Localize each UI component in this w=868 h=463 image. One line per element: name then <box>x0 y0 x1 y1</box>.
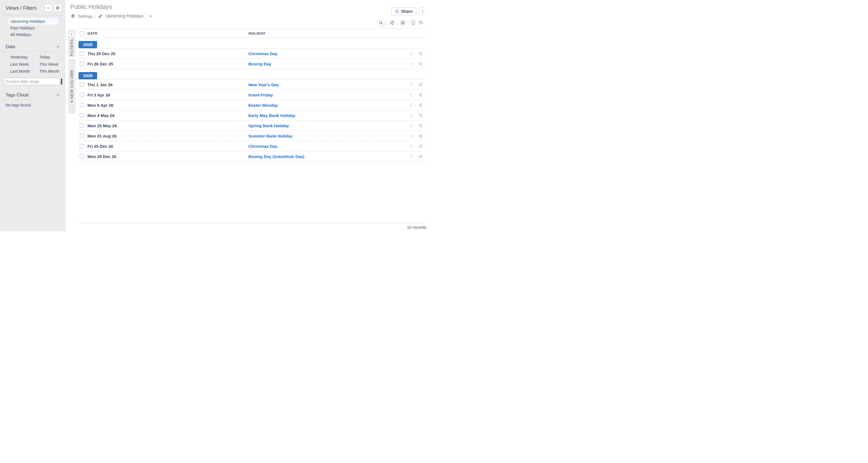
more-options-button[interactable] <box>418 7 427 15</box>
row-holiday-link[interactable]: Christmas Day <box>248 51 278 56</box>
info-button[interactable] <box>411 20 416 25</box>
kebab-menu-icon[interactable] <box>409 113 413 118</box>
table-toolbar <box>377 19 424 26</box>
top-actions: Share <box>391 7 427 15</box>
table-footer-line <box>79 223 427 224</box>
table-row: Mon 6 Apr 26Easter Monday <box>79 100 427 110</box>
share-icon[interactable] <box>418 62 423 66</box>
kebab-menu-icon[interactable] <box>409 82 413 87</box>
row-checkbox[interactable] <box>80 103 84 107</box>
share-icon[interactable] <box>418 154 423 159</box>
share-icon[interactable] <box>418 93 423 97</box>
current-view-name[interactable]: Upcoming Holidays <box>105 13 144 19</box>
row-holiday-link[interactable]: Boxing Day (Substitute Day) <box>248 154 304 159</box>
date-quick-filter[interactable]: This Week <box>39 61 65 68</box>
kebab-menu-icon[interactable] <box>409 62 413 66</box>
date-section-header[interactable]: Date <box>5 44 60 49</box>
row-checkbox[interactable] <box>80 144 84 148</box>
custom-date-range-input[interactable] <box>4 78 60 85</box>
row-holiday-link[interactable]: Easter Monday <box>248 103 278 107</box>
date-range-handle[interactable] <box>61 78 62 85</box>
column-header-date[interactable]: DATE <box>87 31 98 35</box>
share-button[interactable]: Share <box>391 7 416 15</box>
year-group-row: 2025 <box>79 38 427 48</box>
row-checkbox[interactable] <box>80 62 84 66</box>
date-quick-filter[interactable]: Today <box>39 54 65 61</box>
holidays-table: DATE HOLIDAY 2025Thu 25 Dec 25Christmas … <box>79 29 427 162</box>
row-date: Thu 1 Jan 26 <box>87 82 113 87</box>
row-date: Mon 28 Dec 26 <box>87 154 116 159</box>
collapse-filters-button[interactable] <box>69 31 75 37</box>
share-icon[interactable] <box>418 123 423 128</box>
year-badge[interactable]: 2025 <box>79 41 97 48</box>
row-holiday-link[interactable]: Summer Bank Holiday <box>248 134 292 138</box>
sidebar-view-item[interactable]: Upcoming Holidays <box>8 18 58 25</box>
row-date: Mon 4 May 26 <box>87 113 115 118</box>
chevron-down-icon <box>56 45 60 49</box>
year-group-row: 2026 <box>79 69 427 79</box>
share-icon[interactable] <box>418 82 423 87</box>
row-checkbox[interactable] <box>80 93 84 97</box>
tags-section-header[interactable]: Tags Cloud <box>5 92 60 98</box>
filters-side-tab[interactable]: FILTERS <box>68 30 75 57</box>
search-button[interactable] <box>377 19 384 26</box>
kebab-menu-icon[interactable] <box>409 134 413 138</box>
row-checkbox[interactable] <box>80 134 84 138</box>
kebab-menu-icon[interactable] <box>409 144 413 148</box>
row-holiday-link[interactable]: Boxing Day <box>248 62 271 66</box>
select-all-checkbox[interactable] <box>80 31 84 35</box>
search-icon <box>378 20 383 25</box>
refresh-icon <box>390 20 395 25</box>
date-quick-filter[interactable]: Last Week <box>10 61 32 68</box>
year-badge[interactable]: 2026 <box>79 72 97 79</box>
kebab-menu-icon[interactable] <box>409 124 413 128</box>
new-column-side-tab[interactable]: + NEW COLUMN <box>68 59 75 114</box>
sidebar-title: Views / Filters <box>5 5 43 11</box>
table-row: Thu 1 Jan 26New Year's Day <box>79 79 427 90</box>
share-icon[interactable] <box>418 51 423 56</box>
settings-link[interactable]: Settings <box>78 14 93 19</box>
date-quick-filter[interactable]: Yesterday <box>10 54 32 61</box>
row-holiday-link[interactable]: Christmas Day <box>248 144 278 148</box>
gear-icon <box>56 6 60 10</box>
plus-icon: + <box>69 100 74 103</box>
chevron-down-icon <box>56 93 60 97</box>
kebab-menu-icon[interactable] <box>409 93 413 97</box>
row-checkbox[interactable] <box>80 123 84 128</box>
row-checkbox[interactable] <box>80 51 84 56</box>
share-icon[interactable] <box>418 103 423 107</box>
row-date: Fri 25 Dec 26 <box>87 144 113 148</box>
pencil-icon[interactable] <box>98 14 103 19</box>
kebab-menu-icon[interactable] <box>409 155 413 159</box>
share-icon[interactable] <box>418 113 423 118</box>
main-panel: Public Holidays Settings Upcoming Holida… <box>65 0 434 232</box>
share-icon[interactable] <box>418 134 423 138</box>
sidebar-settings-button[interactable] <box>54 4 62 12</box>
sidebar-view-item[interactable]: All Holidays <box>8 31 58 38</box>
row-date: Fri 26 Dec 25 <box>87 62 113 66</box>
row-holiday-link[interactable]: Spring Bank Holiday <box>248 123 289 128</box>
date-quick-filter[interactable]: This Month <box>39 68 65 75</box>
row-date: Fri 3 Apr 26 <box>87 93 110 97</box>
row-checkbox[interactable] <box>80 154 84 159</box>
sidebar-view-item[interactable]: Past Holidays <box>8 25 58 31</box>
kebab-menu-icon[interactable] <box>409 52 413 56</box>
history-button[interactable] <box>418 20 424 25</box>
chevron-down-icon[interactable] <box>149 14 153 18</box>
row-height-button[interactable] <box>400 20 405 25</box>
row-holiday-link[interactable]: New Year's Day <box>248 82 279 87</box>
row-checkbox[interactable] <box>80 113 84 118</box>
share-icon[interactable] <box>418 144 423 148</box>
date-quick-filter[interactable]: Last Month <box>10 68 32 75</box>
sidebar-divider <box>3 51 63 51</box>
row-checkbox[interactable] <box>80 82 84 87</box>
new-column-tab-label: + NEW COLUMN <box>69 70 75 103</box>
column-header-holiday[interactable]: HOLIDAY <box>248 31 266 35</box>
minimize-button[interactable] <box>44 4 52 12</box>
row-holiday-link[interactable]: Early May Bank Holiday <box>248 113 295 118</box>
row-holiday-link[interactable]: Good Friday <box>248 93 273 97</box>
refresh-button[interactable] <box>390 20 395 25</box>
kebab-menu-icon[interactable] <box>409 103 413 107</box>
chevron-left-icon <box>70 32 73 36</box>
gear-icon <box>71 14 75 18</box>
